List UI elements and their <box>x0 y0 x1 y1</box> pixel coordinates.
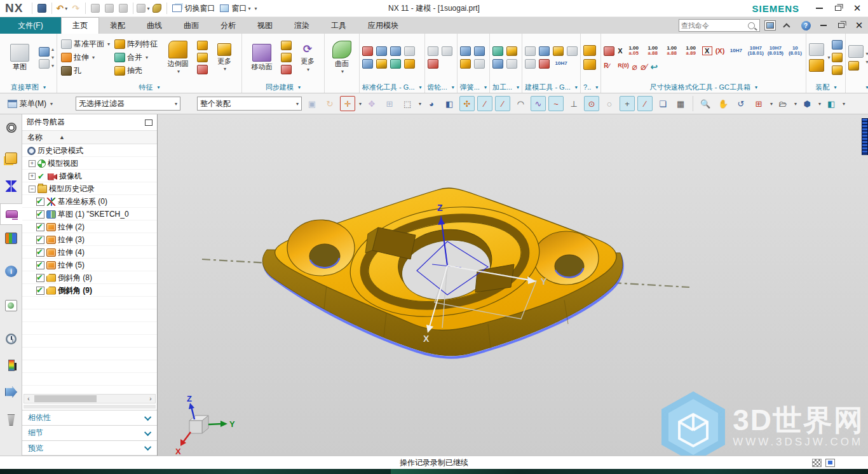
draft-icon[interactable] <box>197 53 208 62</box>
unite-button[interactable]: 合并▾ <box>113 51 159 64</box>
select-assembly-icon[interactable]: ▣ <box>304 96 320 111</box>
bevel-gear-icon[interactable] <box>442 46 452 56</box>
tree-row[interactable]: +✔摄像机 <box>27 170 157 182</box>
copy-button[interactable] <box>102 2 116 15</box>
process-studio-button[interactable] <box>0 355 22 376</box>
rectangle-icon[interactable] <box>39 59 50 69</box>
tree-row[interactable]: 历史记录模式 <box>27 144 157 157</box>
group-dialog-icon[interactable]: ▾ <box>517 85 519 90</box>
quick-access-customize-icon[interactable]: ▾ <box>254 6 257 11</box>
group-dialog-icon[interactable]: ▾ <box>43 85 46 90</box>
molecule-icon[interactable] <box>567 46 578 56</box>
doc-close-button[interactable]: ✕ <box>851 18 867 32</box>
snap-circle-toggle[interactable]: ◌ <box>602 96 617 111</box>
move-component-icon[interactable] <box>832 53 843 62</box>
snap-grid-toggle[interactable]: ▦ <box>673 96 688 111</box>
std-check-icon[interactable] <box>390 59 401 69</box>
group-dialog-icon[interactable]: ▾ <box>484 85 487 90</box>
tree-row[interactable]: 倒斜角 (8) <box>36 271 157 284</box>
cut-button[interactable] <box>88 2 102 15</box>
chevron-down-icon[interactable]: ▾ <box>865 59 868 65</box>
std-export-icon[interactable] <box>404 59 415 69</box>
web-browser-button[interactable] <box>0 295 22 316</box>
edit-object-display-icon[interactable]: ◧ <box>824 96 839 111</box>
hd3d-tools-button[interactable]: i <box>0 261 22 282</box>
horizontal-scrollbar[interactable]: ‹ › <box>24 394 156 403</box>
sort-asc-icon[interactable]: ▲ <box>59 134 65 140</box>
tree-row[interactable]: 拉伸 (5) <box>36 259 157 271</box>
tab-application[interactable]: 应用模块 <box>357 17 409 34</box>
shaded-object-icon[interactable]: ◕ <box>424 96 439 111</box>
dim-brush-icon[interactable] <box>539 59 550 69</box>
interpart-link-icon[interactable]: ↻ <box>322 96 337 111</box>
std-layers-icon[interactable] <box>376 46 387 56</box>
save-button[interactable] <box>35 2 49 15</box>
rotate-view-icon[interactable]: ↺ <box>733 96 749 111</box>
menu-button[interactable]: 菜单(M) ▾ <box>4 97 57 111</box>
group-dialog-icon[interactable]: ▾ <box>419 85 422 90</box>
scroll-right-icon[interactable]: › <box>146 395 155 402</box>
checkbox[interactable] <box>36 236 44 244</box>
tree-row[interactable]: +模型视图 <box>27 157 157 170</box>
move-face-button[interactable]: 移动面 <box>245 36 279 79</box>
chevron-down-icon[interactable]: ▾ <box>770 101 773 107</box>
check-icon[interactable]: ✔ <box>37 172 46 181</box>
paren-dim-icon[interactable]: (X) <box>715 47 725 55</box>
snap-controlpoint-toggle[interactable]: ∕ <box>495 96 510 111</box>
remember-constraints-icon[interactable] <box>848 61 859 71</box>
triangle-icon[interactable] <box>525 46 536 56</box>
shell-button[interactable]: 抽壳 <box>113 64 159 78</box>
tolerance-2-icon[interactable]: 1.00±.88 <box>645 43 661 58</box>
group-dialog-icon[interactable]: ▾ <box>595 85 598 90</box>
pattern-component-icon[interactable] <box>832 65 843 75</box>
radius-dim-icon[interactable]: R∕ <box>604 62 614 72</box>
pattern-feature-button[interactable]: 阵列特征 <box>113 37 159 51</box>
datum-plane-button[interactable]: 基准平面▾ <box>60 37 111 51</box>
snap-midpoint-toggle[interactable]: ∕ <box>477 96 492 111</box>
doc-minimize-button[interactable] <box>816 18 831 32</box>
leaf-spring-icon[interactable] <box>474 59 485 69</box>
chevron-down-icon[interactable]: ▾ <box>794 101 797 107</box>
fit-1-icon[interactable]: 10H7 <box>728 48 744 53</box>
std-table-icon[interactable] <box>390 46 401 56</box>
chevron-down-icon[interactable]: ▾ <box>359 101 362 107</box>
window-menu-button[interactable]: 窗口 ▾ <box>217 2 253 15</box>
diameter-dim-icon[interactable]: ⌀ <box>632 62 637 72</box>
move-object-icon[interactable]: ✥ <box>364 96 379 111</box>
extension-spring-icon[interactable] <box>474 46 485 56</box>
cylinder-spring-icon[interactable] <box>460 46 471 56</box>
disc-spring-icon[interactable] <box>460 59 471 69</box>
group-dialog-icon[interactable]: ▾ <box>834 85 836 90</box>
tree-row[interactable]: 草图 (1) "SKETCH_0 <box>36 208 157 220</box>
checkbox[interactable] <box>36 261 44 269</box>
mach-doc-icon[interactable] <box>506 46 517 56</box>
find-component-icon[interactable] <box>809 43 824 56</box>
tolerance-1-icon[interactable]: 1.00±.05 <box>626 43 642 58</box>
reuse-library-button[interactable] <box>0 227 22 249</box>
fit-view-icon[interactable]: ⊞ <box>751 96 766 111</box>
tab-analysis[interactable]: 分析 <box>210 17 247 34</box>
window-display-icon[interactable] <box>825 459 835 467</box>
tab-surface[interactable]: 曲面 <box>173 17 210 34</box>
minimize-ribbon-button[interactable] <box>780 18 796 32</box>
chevron-down-icon[interactable]: ▾ <box>419 101 421 107</box>
snap-intersection-toggle[interactable]: ◠ <box>513 96 528 111</box>
zoom-window-icon[interactable]: 🔍 <box>698 96 713 111</box>
note-icon[interactable] <box>525 59 536 69</box>
scroll-left-icon[interactable]: ‹ <box>24 395 33 402</box>
datum-plane-snap-icon[interactable]: ◧ <box>442 96 457 111</box>
std-frame-icon[interactable] <box>362 46 373 56</box>
pull-face-icon[interactable] <box>281 41 292 50</box>
manufacturing-wizard-button[interactable] <box>0 381 22 403</box>
snap-center-toggle[interactable]: ⊙ <box>584 96 599 111</box>
switch-window-button[interactable]: 切换窗口 <box>170 2 217 15</box>
gallery-more-icon[interactable]: ▾ <box>51 63 54 69</box>
view-orient-icon[interactable]: ⬢ <box>799 96 815 111</box>
tree-row[interactable]: −模型历史记录 <box>27 182 157 195</box>
marquee-select-icon[interactable]: ⬚ <box>400 96 415 111</box>
tab-curve[interactable]: 曲线 <box>136 17 173 34</box>
assembly-context2-icon[interactable] <box>583 59 596 70</box>
command-finder[interactable] <box>679 19 760 32</box>
undock-icon[interactable] <box>145 119 153 126</box>
surface-button[interactable]: 曲面▾ <box>327 36 356 79</box>
